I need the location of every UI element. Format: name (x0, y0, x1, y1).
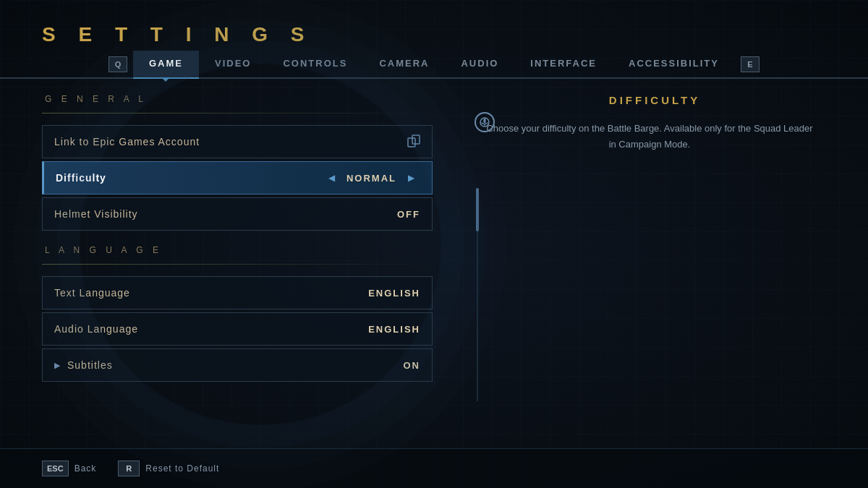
tab-controls[interactable]: CONTROLS (267, 51, 363, 77)
setting-text-language[interactable]: Text Language ENGLISH (42, 276, 433, 309)
helmet-visibility-value: OFF (397, 209, 420, 220)
right-panel: DIFFICULTY Choose your difficulty on the… (454, 94, 826, 445)
scroll-track (477, 188, 478, 401)
detail-panel-title: DIFFICULTY (483, 94, 826, 106)
setting-link-epic[interactable]: Link to Epic Games Account (42, 125, 433, 158)
audio-language-value: ENGLISH (368, 324, 420, 335)
reset-action[interactable]: R Reset to Default (118, 461, 219, 476)
page-title: S E T T I N G S (42, 23, 312, 46)
language-section: L A N G U A G E Text Language ENGLISH Au… (42, 245, 433, 382)
left-panel: G E N E R A L Link to Epic Games Account… (42, 94, 433, 445)
esc-key-badge: ESC (42, 461, 69, 476)
bottom-bar: ESC Back R Reset to Default (0, 448, 868, 488)
text-language-value: ENGLISH (368, 288, 420, 299)
setting-helmet-visibility[interactable]: Helmet Visibility OFF (42, 197, 433, 231)
audio-language-label: Audio Language (54, 323, 138, 335)
general-section-label: G E N E R A L (42, 94, 433, 104)
reset-label: Reset to Default (145, 463, 219, 474)
setting-difficulty[interactable]: Difficulty ◀ NORMAL ▶ (42, 161, 433, 194)
difficulty-arrow-right[interactable]: ▶ (402, 173, 420, 183)
general-divider (42, 113, 433, 114)
tab-key-left: Q (109, 56, 127, 72)
language-divider (42, 264, 433, 265)
tab-key-right: E (741, 56, 760, 72)
back-label: Back (75, 463, 97, 474)
difficulty-value: NORMAL (346, 173, 396, 184)
scroll-indicator[interactable] (475, 188, 480, 401)
difficulty-label: Difficulty (56, 172, 106, 184)
tab-video[interactable]: VIDEO (199, 51, 267, 77)
main-layout: G E N E R A L Link to Epic Games Account… (42, 94, 826, 445)
r-key-badge: R (118, 461, 140, 476)
detail-panel-description: Choose your difficulty on the Battle Bar… (483, 121, 816, 153)
scroll-thumb (476, 188, 479, 231)
tab-accessibility[interactable]: ACCESSIBILITY (613, 51, 735, 77)
help-icon (475, 112, 495, 132)
setting-audio-language[interactable]: Audio Language ENGLISH (42, 312, 433, 346)
link-epic-label: Link to Epic Games Account (54, 136, 200, 147)
link-icon (407, 134, 420, 150)
helmet-visibility-label: Helmet Visibility (54, 208, 138, 220)
back-action[interactable]: ESC Back (42, 461, 96, 476)
svg-rect-0 (408, 138, 415, 147)
text-language-label: Text Language (54, 287, 130, 299)
tab-audio[interactable]: AUDIO (445, 51, 514, 77)
language-section-label: L A N G U A G E (42, 245, 433, 255)
subtitles-expand-icon: ▶ (54, 361, 60, 370)
help-icon-container (475, 112, 495, 132)
svg-rect-3 (484, 119, 486, 123)
svg-rect-1 (412, 135, 420, 144)
difficulty-value-group: ◀ NORMAL ▶ (323, 173, 420, 184)
tab-game[interactable]: GAME (133, 51, 199, 77)
subtitles-label: Subtitles (67, 359, 113, 371)
tab-interface[interactable]: INTERFACE (514, 51, 613, 77)
tab-camera[interactable]: CAMERA (363, 51, 445, 77)
subtitles-value: ON (404, 360, 421, 371)
setting-subtitles[interactable]: ▶ Subtitles ON (42, 348, 433, 382)
tabs-bar: Q GAME VIDEO CONTROLS CAMERA AUDIO INTER… (0, 51, 868, 79)
difficulty-arrow-left[interactable]: ◀ (323, 173, 341, 183)
